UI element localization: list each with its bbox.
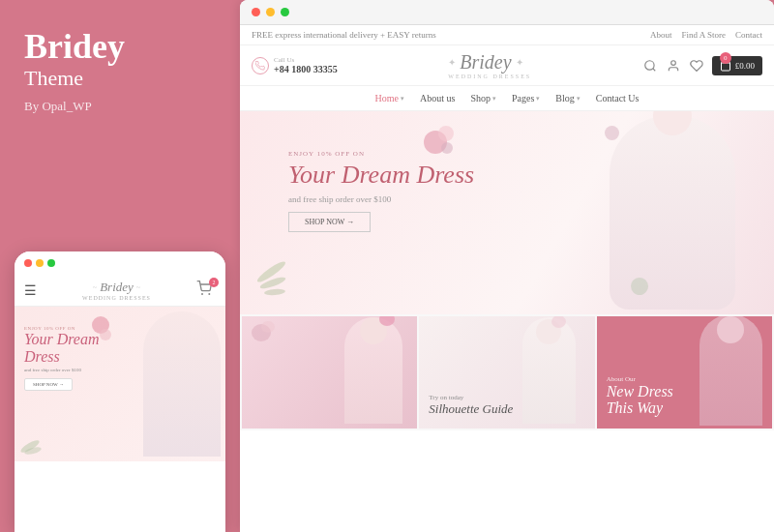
nav-home-chevron: ▾ xyxy=(401,95,404,103)
nav-home[interactable]: Home ▾ xyxy=(375,93,404,103)
store-logo-text: Bridey xyxy=(460,51,511,74)
nav-pages[interactable]: Pages ▾ xyxy=(512,93,540,103)
wishlist-icon[interactable] xyxy=(689,58,704,74)
call-us-label: Call Us xyxy=(274,56,338,64)
mobile-dot-red xyxy=(24,259,32,267)
hero-section: ENJOY 10% OFF ON Your Dream Dress and fr… xyxy=(240,111,774,314)
mobile-logo-text: Bridey xyxy=(100,280,134,295)
logo-wing-left: ✦ xyxy=(448,57,456,68)
store-header: Call Us +84 1800 33355 ✦ Bridey ✦ WEDDIN… xyxy=(240,45,774,86)
brand-subtitle: Theme xyxy=(24,66,216,91)
product-thumb-3[interactable]: About Our New DressThis Way xyxy=(597,316,772,429)
user-icon[interactable] xyxy=(666,58,681,74)
mobile-headline: Your DreamDress xyxy=(24,331,100,365)
nav-shop[interactable]: Shop ▾ xyxy=(470,93,496,103)
product-thumb-2[interactable]: Try on today Silhouette Guide xyxy=(419,316,594,429)
logo-wing-right: ✦ xyxy=(516,57,523,68)
ann-find-store[interactable]: Find A Store xyxy=(681,30,726,40)
mobile-dot-yellow xyxy=(36,259,44,267)
mobile-window-controls xyxy=(24,259,55,267)
hero-shop-button[interactable]: SHOP NOW → xyxy=(288,212,371,232)
thumb-silhouette-label: Try on today Silhouette Guide xyxy=(429,394,513,417)
nav-blog[interactable]: Blog ▾ xyxy=(555,93,580,103)
thumb-new-dress-label: About Our New DressThis Way xyxy=(607,375,673,417)
store-phone: Call Us +84 1800 33355 xyxy=(252,56,338,74)
bride-silhouette xyxy=(610,116,735,310)
ann-about[interactable]: About xyxy=(650,30,672,40)
ann-contact[interactable]: Contact xyxy=(735,30,762,40)
mobile-logo-sub: WEDDING DRESSES xyxy=(82,295,151,301)
announcement-text: FREE express international delivery + EA… xyxy=(252,30,436,40)
store-logo: ✦ Bridey ✦ WEDDING DRESSES xyxy=(448,51,531,79)
hero-headline: Your Dream Dress xyxy=(288,162,474,190)
left-panel: Bridey Theme By Opal_WP ☰ ~ Bridey ~ WED… xyxy=(0,0,240,532)
browser-dot-green xyxy=(281,8,289,16)
svg-point-0 xyxy=(201,293,203,295)
browser-panel: FREE express international delivery + EA… xyxy=(240,0,774,532)
mobile-dot-green xyxy=(47,259,55,267)
svg-point-2 xyxy=(644,60,653,69)
svg-point-4 xyxy=(670,60,675,65)
thumb-try-today: Try on today xyxy=(429,394,513,401)
nav-about[interactable]: About us xyxy=(420,93,455,103)
mobile-top-bar xyxy=(15,251,225,275)
mobile-mockup: ☰ ~ Bridey ~ WEDDING DRESSES 2 xyxy=(15,251,225,532)
product-thumb-1[interactable] xyxy=(242,316,417,429)
brand-author: By Opal_WP xyxy=(24,99,216,114)
mobile-hero-text: ENJOY 10% OFF ON Your DreamDress and fre… xyxy=(24,326,100,391)
hero-subtext: and free ship order over $100 xyxy=(288,194,474,204)
mobile-hero: ENJOY 10% OFF ON Your DreamDress and fre… xyxy=(15,307,225,461)
browser-dot-red xyxy=(252,8,260,16)
store-actions: 0 £0.00 xyxy=(642,56,762,75)
nav-pages-chevron: ▾ xyxy=(536,95,540,103)
store-nav: Home ▾ About us Shop ▾ Pages ▾ Blog ▾ Co… xyxy=(240,86,774,111)
svg-point-1 xyxy=(208,293,210,295)
svg-line-3 xyxy=(652,68,655,71)
phone-icon xyxy=(252,57,269,74)
brand-name: Bridey xyxy=(24,29,216,64)
mobile-subtext: and free ship order over $100 xyxy=(24,368,100,372)
nav-shop-chevron: ▾ xyxy=(492,95,496,103)
phone-number: +84 1800 33355 xyxy=(274,64,338,74)
nav-blog-chevron: ▾ xyxy=(577,95,580,103)
hero-content: ENJOY 10% OFF ON Your Dream Dress and fr… xyxy=(288,150,474,232)
store-logo-sub: WEDDING DRESSES xyxy=(448,74,531,79)
browser-chrome xyxy=(240,0,774,25)
mobile-hamburger-icon[interactable]: ☰ xyxy=(24,282,37,299)
hero-promo: ENJOY 10% OFF ON xyxy=(288,150,474,158)
thumb-about-text: About Our xyxy=(607,375,673,383)
mobile-shop-button[interactable]: SHOP NOW → xyxy=(24,378,73,391)
mobile-nav-bar: ☰ ~ Bridey ~ WEDDING DRESSES 2 xyxy=(15,275,225,307)
thumb-silhouette-title: Silhouette Guide xyxy=(429,401,513,417)
products-row: Try on today Silhouette Guide About Our … xyxy=(240,314,774,430)
thumb-new-dress-title: New DressThis Way xyxy=(607,383,673,417)
mobile-logo: ~ Bridey ~ WEDDING DRESSES xyxy=(82,280,151,301)
announcement-bar: FREE express international delivery + EA… xyxy=(240,25,774,45)
browser-dot-yellow xyxy=(266,8,275,16)
cart-button[interactable]: 0 £0.00 xyxy=(712,56,762,75)
search-icon[interactable] xyxy=(642,58,658,74)
mobile-cart-icon[interactable]: 2 xyxy=(196,281,216,300)
cart-price: £0.00 xyxy=(735,61,755,71)
cart-badge: 0 xyxy=(720,52,731,64)
announcement-links: About Find A Store Contact xyxy=(650,30,762,40)
hero-bride-figure xyxy=(590,116,755,314)
nav-contact[interactable]: Contact Us xyxy=(596,93,640,103)
